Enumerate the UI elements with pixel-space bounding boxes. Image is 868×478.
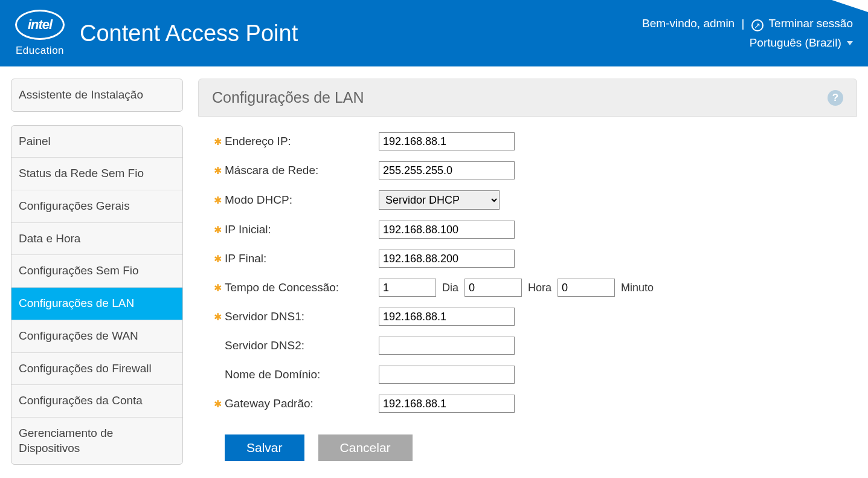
sidebar-main-box: PainelStatus da Rede Sem FioConfiguraçõe… xyxy=(11,125,183,465)
sidebar-item[interactable]: Data e Hora xyxy=(11,223,182,256)
logo-block: intel Education xyxy=(15,10,65,57)
lease-minute-input[interactable] xyxy=(558,279,615,297)
sidebar-item[interactable]: Configurações da Conta xyxy=(11,385,182,418)
required-star: ✱ xyxy=(210,253,225,265)
welcome-text: Bem-vindo, admin xyxy=(642,17,735,30)
required-star: ✱ xyxy=(210,165,225,176)
form-area: ✱ Endereço IP: ✱ Máscara de Rede: ✱ Modo… xyxy=(198,117,857,467)
dhcp-mode-select[interactable]: Servidor DHCP xyxy=(379,190,500,210)
domain-label: Nome de Domínio: xyxy=(225,368,379,381)
dns1-label: Servidor DNS1: xyxy=(225,310,379,323)
gateway-input[interactable] xyxy=(379,395,515,413)
lease-minute-unit: Minuto xyxy=(621,282,654,294)
required-star: ✱ xyxy=(210,195,225,206)
dhcp-mode-label: Modo DHCP: xyxy=(225,193,379,207)
lease-day-input[interactable] xyxy=(379,279,436,297)
domain-input[interactable] xyxy=(379,366,515,384)
required-star: ✱ xyxy=(210,398,225,410)
sidebar-item[interactable]: Configurações Sem Fio xyxy=(11,255,182,288)
sidebar-top-box: Assistente de Instalação xyxy=(11,79,183,112)
required-star: ✱ xyxy=(210,224,225,236)
ip-end-input[interactable] xyxy=(379,250,515,268)
separator: | xyxy=(741,17,744,30)
dns2-label: Servidor DNS2: xyxy=(225,339,379,352)
lease-day-unit: Dia xyxy=(442,282,458,294)
ip-address-input[interactable] xyxy=(379,132,515,150)
sidebar-item[interactable]: Configurações do Firewall xyxy=(11,353,182,386)
required-star: ✱ xyxy=(210,136,225,147)
sidebar-item[interactable]: Painel xyxy=(11,126,182,158)
language-dropdown[interactable]: Português (Brazil) xyxy=(642,36,853,50)
lease-hour-input[interactable] xyxy=(465,279,522,297)
netmask-input[interactable] xyxy=(379,161,515,179)
logout-icon xyxy=(751,19,764,31)
panel-header: Configurações de LAN ? xyxy=(198,79,857,117)
sidebar-item[interactable]: Configurações de LAN xyxy=(11,288,182,320)
panel-title: Configurações de LAN xyxy=(212,89,364,106)
app-header: intel Education Content Access Point Bem… xyxy=(0,0,868,66)
sidebar: Assistente de Instalação PainelStatus da… xyxy=(11,79,183,478)
netmask-label: Máscara de Rede: xyxy=(225,164,379,177)
required-star: ✱ xyxy=(210,282,225,294)
cancel-button[interactable]: Cancelar xyxy=(318,434,413,461)
sidebar-item[interactable]: Gerenciamento de Dispositivos xyxy=(11,418,182,464)
save-button[interactable]: Salvar xyxy=(225,434,304,461)
sidebar-item[interactable]: Configurações Gerais xyxy=(11,190,182,223)
header-right: Bem-vindo, admin | Terminar sessão Portu… xyxy=(642,17,853,50)
education-label: Education xyxy=(16,45,64,57)
lease-hour-unit: Hora xyxy=(528,282,551,294)
logout-link[interactable]: Terminar sessão xyxy=(751,17,853,30)
ip-start-label: IP Inicial: xyxy=(225,223,379,236)
dns2-input[interactable] xyxy=(379,337,515,355)
sidebar-item-setup-wizard[interactable]: Assistente de Instalação xyxy=(11,79,182,111)
required-star: ✱ xyxy=(210,311,225,323)
lease-time-label: Tempo de Concessão: xyxy=(225,281,379,294)
content-area: Configurações de LAN ? ✱ Endereço IP: ✱ … xyxy=(198,79,857,478)
logout-label: Terminar sessão xyxy=(769,17,853,30)
ip-start-input[interactable] xyxy=(379,221,515,239)
language-label: Português (Brazil) xyxy=(750,36,841,49)
chevron-down-icon xyxy=(847,41,853,45)
sidebar-item[interactable]: Status da Rede Sem Fio xyxy=(11,158,182,190)
intel-logo: intel xyxy=(15,10,65,40)
ip-address-label: Endereço IP: xyxy=(225,135,379,148)
ip-end-label: IP Final: xyxy=(225,252,379,265)
help-icon[interactable]: ? xyxy=(828,90,843,106)
dns1-input[interactable] xyxy=(379,308,515,326)
sidebar-item[interactable]: Configurações de WAN xyxy=(11,320,182,353)
gateway-label: Gateway Padrão: xyxy=(225,397,379,410)
app-title: Content Access Point xyxy=(80,21,298,47)
